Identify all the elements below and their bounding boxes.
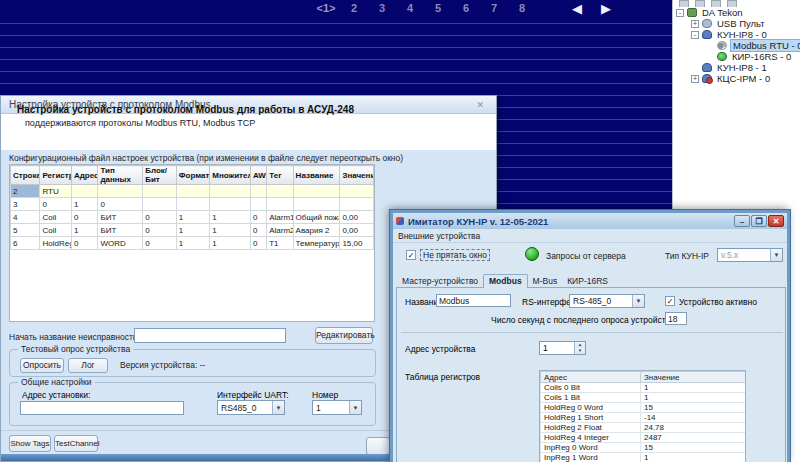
- table-row[interactable]: 6HoldReg0WORD0110T1Температура 115,00: [11, 237, 374, 250]
- device-address-stepper[interactable]: 1 ▲ ▼: [539, 341, 586, 355]
- table-cell[interactable]: [72, 185, 98, 198]
- table-cell[interactable]: [210, 198, 251, 211]
- table-cell[interactable]: 0: [143, 224, 177, 237]
- page-next-icon[interactable]: ▶: [601, 1, 611, 16]
- table-cell[interactable]: [143, 198, 177, 211]
- table-row[interactable]: HoldReg 2 Float24.78: [541, 423, 746, 433]
- spin-down-icon[interactable]: ▼: [575, 348, 585, 354]
- simulator-titlebar[interactable]: Имитатор КУН-IP v. 12-05-2021 – ❐ ✕: [393, 213, 787, 229]
- column-header[interactable]: Значение: [641, 372, 746, 383]
- table-cell[interactable]: 5: [11, 224, 40, 237]
- table-cell[interactable]: 15: [641, 403, 746, 413]
- table-cell[interactable]: 1: [176, 224, 210, 237]
- tree-item-modbus-rtu-0[interactable]: Modbus RTU - 0: [673, 40, 800, 51]
- tab-кир-16rs[interactable]: КИР-16RS: [562, 275, 613, 288]
- tree-item-usb-пульт[interactable]: +USB Пульт: [673, 18, 800, 29]
- table-cell[interactable]: БИТ: [98, 211, 143, 224]
- table-cell[interactable]: T1: [267, 237, 293, 250]
- tree-item-кир-16rs-0[interactable]: КИР-16RS - 0: [673, 51, 800, 62]
- partially-hidden-button[interactable]: [366, 437, 390, 455]
- rs-interface-select[interactable]: RS-485_0 ▼: [569, 294, 645, 308]
- expand-icon[interactable]: +: [691, 20, 699, 28]
- table-cell[interactable]: 6: [11, 237, 40, 250]
- table-cell[interactable]: 0: [250, 237, 266, 250]
- table-cell[interactable]: RTU: [40, 185, 72, 198]
- column-header[interactable]: AW: [250, 166, 266, 185]
- table-cell[interactable]: 4: [11, 211, 40, 224]
- table-cell[interactable]: [210, 185, 251, 198]
- edit-button[interactable]: Редактировать: [315, 327, 373, 344]
- page-button-6[interactable]: 6: [452, 2, 480, 14]
- tab-m-bus[interactable]: M-Bus: [528, 275, 563, 288]
- page-button-3[interactable]: 3: [368, 2, 396, 14]
- table-row[interactable]: InpReg 0 Word15: [541, 443, 746, 453]
- column-header[interactable]: Адрес: [541, 372, 641, 383]
- table-row[interactable]: Coils 0 Bit1: [541, 383, 746, 393]
- table-cell[interactable]: 0: [250, 211, 266, 224]
- table-cell[interactable]: 0,00: [340, 211, 374, 224]
- table-cell[interactable]: Coils 0 Bit: [541, 383, 641, 393]
- close-icon[interactable]: ✕: [768, 215, 784, 227]
- tree-item-da-tekon[interactable]: -DA Tekon: [673, 7, 800, 18]
- table-row[interactable]: 5Coil1БИТ0110Alarm2Авария 20,00: [11, 224, 374, 237]
- table-cell[interactable]: 0: [98, 198, 143, 211]
- table-row[interactable]: Coils 1 Bit1: [541, 393, 746, 403]
- chevron-down-icon[interactable]: ▼: [770, 249, 782, 261]
- test-channel-button[interactable]: TestChannel: [54, 435, 98, 452]
- table-cell[interactable]: HoldReg: [40, 237, 72, 250]
- column-header[interactable]: Название: [293, 166, 340, 185]
- chevron-down-icon[interactable]: ▼: [272, 401, 284, 414]
- table-cell[interactable]: HoldReg 1 Short: [541, 413, 641, 423]
- table-cell[interactable]: InpReg 1 Word: [541, 453, 641, 462]
- close-icon[interactable]: ✕: [476, 100, 484, 110]
- table-cell[interactable]: 1: [210, 211, 251, 224]
- expand-icon[interactable]: +: [691, 75, 699, 83]
- table-cell[interactable]: 24.78: [641, 423, 746, 433]
- chevron-down-icon[interactable]: ▼: [349, 401, 361, 414]
- table-cell[interactable]: 3: [11, 198, 40, 211]
- table-cell[interactable]: [340, 198, 374, 211]
- table-cell[interactable]: 1: [210, 224, 251, 237]
- table-cell[interactable]: 1: [641, 453, 746, 462]
- column-header[interactable]: Формат: [176, 166, 210, 185]
- minimize-icon[interactable]: –: [734, 215, 750, 227]
- table-cell[interactable]: 0: [40, 198, 72, 211]
- table-cell[interactable]: [250, 198, 266, 211]
- table-cell[interactable]: 0: [143, 211, 177, 224]
- column-header[interactable]: Тег: [267, 166, 293, 185]
- table-row[interactable]: HoldReg 1 Short-14: [541, 413, 746, 423]
- table-cell[interactable]: Alarm2: [267, 224, 293, 237]
- table-cell[interactable]: [176, 198, 210, 211]
- table-cell[interactable]: 1: [210, 237, 251, 250]
- table-cell[interactable]: Общий пожар: [293, 211, 340, 224]
- table-cell[interactable]: 1: [176, 211, 210, 224]
- dont-hide-label[interactable]: Не прятать окно: [420, 249, 490, 261]
- table-cell[interactable]: 1: [641, 383, 746, 393]
- external-devices-menu[interactable]: Внешние устройства: [393, 229, 787, 243]
- scada-prefix-input[interactable]: [134, 328, 286, 343]
- table-cell[interactable]: [340, 185, 374, 198]
- table-cell[interactable]: 15: [641, 443, 746, 453]
- column-header[interactable]: Блок/Бит: [143, 166, 177, 185]
- table-row[interactable]: 2RTU: [11, 185, 374, 198]
- install-address-input[interactable]: [20, 401, 184, 415]
- table-cell[interactable]: 0: [250, 224, 266, 237]
- table-cell[interactable]: 15,00: [340, 237, 374, 250]
- table-cell[interactable]: 1: [176, 237, 210, 250]
- table-cell[interactable]: WORD: [98, 237, 143, 250]
- seconds-since-poll-input[interactable]: [665, 312, 687, 325]
- table-cell[interactable]: Авария 2: [293, 224, 340, 237]
- table-cell[interactable]: [293, 198, 340, 211]
- table-row[interactable]: HoldReg 4 Integer2487: [541, 433, 746, 443]
- page-button-7[interactable]: 7: [480, 2, 508, 14]
- tree-item-кцс-ipm-0[interactable]: +КЦС-IPM - 0: [673, 73, 800, 84]
- collapse-icon[interactable]: -: [676, 9, 684, 17]
- tree-item-кун-ip8-1[interactable]: КУН-IP8 - 1: [673, 62, 800, 73]
- table-cell[interactable]: 2: [11, 185, 40, 198]
- column-header[interactable]: Множитель: [210, 166, 251, 185]
- table-cell[interactable]: 1: [72, 198, 98, 211]
- table-row[interactable]: 3010: [11, 198, 374, 211]
- table-cell[interactable]: 0: [72, 211, 98, 224]
- collapse-icon[interactable]: -: [691, 31, 699, 39]
- table-cell[interactable]: Alarm1: [267, 211, 293, 224]
